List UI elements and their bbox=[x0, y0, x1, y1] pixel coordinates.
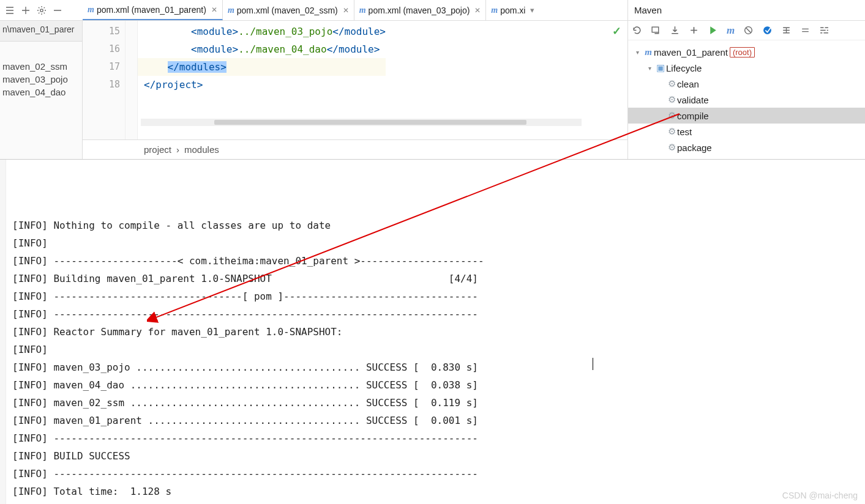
chevron-down-icon[interactable]: ▾ bbox=[644, 65, 655, 72]
console-line: [INFO] Total time: 1.128 s bbox=[12, 483, 859, 500]
maven-file-icon: m bbox=[491, 6, 498, 15]
generate-sources-icon[interactable] bbox=[651, 25, 661, 35]
download-icon[interactable] bbox=[670, 25, 680, 35]
breadcrumb-item[interactable]: project bbox=[144, 144, 171, 155]
console-line: [INFO] maven_02_ssm ....................… bbox=[12, 394, 859, 412]
expand-all-icon[interactable] bbox=[21, 6, 31, 15]
add-icon[interactable] bbox=[689, 25, 699, 35]
breadcrumb-sep: › bbox=[176, 144, 179, 155]
svg-rect-1 bbox=[652, 27, 659, 32]
chevron-down-icon[interactable]: ▾ bbox=[530, 6, 534, 15]
maven-tree[interactable]: ▾ m maven_01_parent (root) ▾ ▣ Lifecycle… bbox=[628, 40, 865, 159]
maven-file-icon: m bbox=[359, 6, 366, 15]
maven-root-node[interactable]: ▾ m maven_01_parent (root) bbox=[628, 44, 865, 60]
console-gutter bbox=[0, 160, 6, 504]
tab-label: pom.xml (maven_03_pojo) bbox=[369, 6, 470, 15]
line-gutter: 15 16 17 18 bbox=[83, 21, 125, 139]
console-line: [INFO] ---------------------< com.itheim… bbox=[12, 252, 859, 270]
reload-icon[interactable] bbox=[632, 25, 642, 35]
fold-gutter bbox=[125, 21, 138, 139]
tab-label: pom.xml (maven_01_parent) bbox=[97, 5, 206, 15]
goal-compile[interactable]: ⚙compile bbox=[628, 108, 865, 124]
tab-label: pom.xi bbox=[500, 6, 525, 15]
text-caret bbox=[593, 358, 593, 370]
console-line: [INFO] Finished at: 2021-05-28T14:27:24+… bbox=[12, 500, 859, 504]
watermark: CSDN @mai-cheng bbox=[782, 491, 858, 500]
horizontal-scrollbar[interactable] bbox=[141, 119, 582, 126]
maven-toolbar: m bbox=[628, 21, 865, 40]
console-output[interactable]: [INFO] Nothing to compile - all classes … bbox=[6, 160, 865, 504]
tab-pom-pojo[interactable]: m pom.xml (maven_03_pojo) ✕ bbox=[354, 0, 487, 20]
console-line: [INFO] Nothing to compile - all classes … bbox=[12, 217, 859, 234]
console-line: [INFO] ---------------------------------… bbox=[12, 305, 859, 323]
breadcrumb-item[interactable]: modules bbox=[184, 144, 219, 155]
offline-mode-icon[interactable] bbox=[762, 25, 773, 35]
folder-icon: ▣ bbox=[655, 62, 666, 73]
console-line: [INFO] ---------------------------------… bbox=[12, 465, 859, 483]
goal-clean[interactable]: ⚙clean bbox=[628, 76, 865, 92]
settings-icon[interactable] bbox=[819, 25, 829, 35]
console-line: [INFO] ---------------------------------… bbox=[12, 429, 859, 447]
execute-goal-icon[interactable]: m bbox=[727, 24, 735, 37]
console-line: [INFO] BUILD SUCCESS bbox=[12, 447, 859, 465]
goal-test[interactable]: ⚙test bbox=[628, 124, 865, 139]
close-icon[interactable]: ✕ bbox=[474, 6, 481, 15]
maven-panel: m ▾ m maven_01_parent (root) ▾ ▣ bbox=[627, 21, 865, 159]
tab-pom-more[interactable]: m pom.xi ▾ bbox=[486, 0, 539, 20]
editor-tabs: m pom.xml (maven_01_parent) ✕ m pom.xml … bbox=[83, 0, 627, 20]
project-item[interactable]: maven_02_ssm bbox=[0, 60, 82, 73]
lifecycle-label: Lifecycle bbox=[666, 63, 702, 73]
project-sidebar: n\maven_01_parer maven_02_ssm maven_03_p… bbox=[0, 21, 83, 159]
console-line: [INFO] bbox=[12, 234, 859, 252]
select-open-icon[interactable] bbox=[5, 6, 15, 15]
maven-module-icon: m bbox=[643, 47, 654, 57]
maven-root-label: maven_01_parent bbox=[654, 47, 728, 57]
maven-file-icon: m bbox=[228, 6, 234, 15]
gear-icon: ⚙ bbox=[666, 94, 677, 105]
console-line: [INFO] bbox=[12, 341, 859, 358]
tab-pom-ssm[interactable]: m pom.xml (maven_02_ssm) ✕ bbox=[223, 0, 354, 20]
goal-validate[interactable]: ⚙validate bbox=[628, 92, 865, 108]
settings-icon[interactable] bbox=[37, 6, 47, 15]
tab-label: pom.xml (maven_02_ssm) bbox=[237, 6, 338, 15]
console-line: [INFO] Building maven_01_parent 1.0-SNAP… bbox=[12, 270, 859, 287]
breadcrumb[interactable]: project › modules bbox=[83, 139, 627, 159]
maven-file-icon: m bbox=[88, 5, 94, 15]
close-icon[interactable]: ✕ bbox=[343, 6, 349, 15]
console-line: [INFO] maven_01_parent .................… bbox=[12, 412, 859, 429]
inspection-ok-icon[interactable]: ✓ bbox=[612, 24, 621, 38]
project-item[interactable]: maven_03_pojo bbox=[0, 73, 82, 86]
project-path: n\maven_01_parer bbox=[0, 21, 82, 42]
collapse-all-icon[interactable] bbox=[800, 25, 811, 35]
project-item[interactable]: maven_04_dao bbox=[0, 86, 82, 98]
close-icon[interactable]: ✕ bbox=[211, 6, 217, 14]
main-toolbar-left bbox=[0, 0, 83, 20]
gear-icon: ⚙ bbox=[666, 78, 677, 89]
gear-icon: ⚙ bbox=[666, 126, 677, 137]
goal-package[interactable]: ⚙package bbox=[628, 139, 865, 155]
console-line: [INFO] Reactor Summary for maven_01_pare… bbox=[12, 323, 859, 341]
toggle-skip-tests-icon[interactable] bbox=[743, 25, 754, 35]
maven-panel-title: Maven bbox=[627, 0, 865, 20]
console-line: [INFO] --------------------------------[… bbox=[12, 287, 859, 305]
collapse-icon[interactable] bbox=[53, 6, 62, 15]
tab-pom-parent[interactable]: m pom.xml (maven_01_parent) ✕ bbox=[83, 0, 223, 20]
gear-icon: ⚙ bbox=[666, 142, 677, 153]
console-line: [INFO] maven_04_dao ....................… bbox=[12, 376, 859, 394]
run-icon[interactable] bbox=[708, 25, 718, 35]
chevron-down-icon[interactable]: ▾ bbox=[632, 49, 643, 56]
lifecycle-node[interactable]: ▾ ▣ Lifecycle bbox=[628, 60, 865, 76]
svg-point-0 bbox=[40, 9, 43, 11]
show-deps-icon[interactable] bbox=[781, 25, 792, 35]
root-badge: (root) bbox=[730, 47, 755, 57]
gear-icon: ⚙ bbox=[666, 110, 677, 121]
code-editor[interactable]: 15 16 17 18 <module>../maven_03_pojo</mo… bbox=[83, 21, 627, 159]
console-line: [INFO] maven_03_pojo ...................… bbox=[12, 358, 859, 376]
